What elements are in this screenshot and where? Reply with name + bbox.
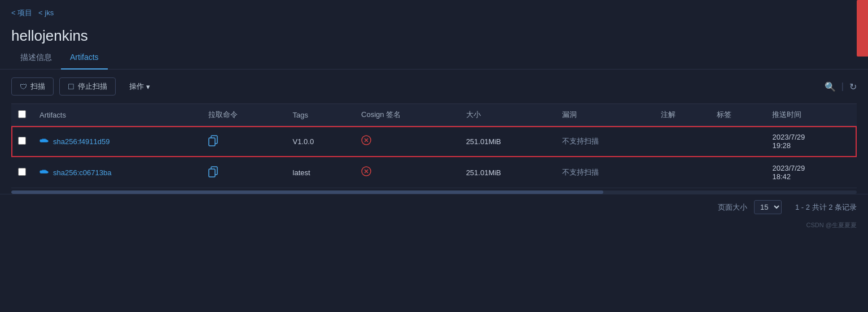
- svg-rect-6: [209, 138, 215, 146]
- push-time-cell: 2023/7/29 18:42: [765, 157, 857, 188]
- cosign-error-icon: [361, 168, 371, 178]
- artifact-link[interactable]: sha256:c06713ba: [40, 168, 195, 177]
- label-cell: [710, 126, 766, 157]
- row-checkbox-cell: [11, 157, 33, 188]
- col-header-pull-cmd: 拉取命令: [201, 104, 286, 126]
- shield-icon: 🛡: [20, 83, 27, 91]
- scrollbar[interactable]: [0, 188, 868, 194]
- divider: |: [841, 81, 844, 92]
- row-checkbox[interactable]: [18, 168, 26, 176]
- row-checkbox[interactable]: [18, 137, 26, 145]
- copy-icon[interactable]: [208, 138, 218, 148]
- cosign-cell: [354, 157, 459, 188]
- search-icon[interactable]: 🔍: [825, 81, 836, 92]
- page-title: hellojenkins: [0, 23, 868, 47]
- table-row: sha256:f4911d59 V1.0.0 251.01MiB不支持扫描202…: [11, 126, 857, 157]
- chevron-down-icon: ▾: [146, 83, 150, 91]
- breadcrumb: < 项目 < jks: [0, 0, 868, 23]
- watermark: CSDN @生夏夏夏: [0, 220, 868, 231]
- artifact-cell: sha256:f4911d59: [33, 126, 201, 157]
- tab-bar: 描述信息 Artifacts: [0, 47, 868, 70]
- stop-scan-button[interactable]: ☐ 停止扫描: [59, 77, 116, 96]
- toolbar: 🛡 扫描 ☐ 停止扫描 操作 ▾ 🔍 | ↻: [0, 70, 868, 103]
- ops-button[interactable]: 操作 ▾: [121, 78, 158, 95]
- cosign-cell: [354, 126, 459, 157]
- scan-button[interactable]: 🛡 扫描: [11, 77, 54, 96]
- checkbox-icon: ☐: [68, 83, 74, 91]
- col-header-label: 标签: [710, 104, 766, 126]
- toolbar-actions-right: 🔍 | ↻: [825, 81, 857, 92]
- size-cell: 251.01MiB: [459, 157, 555, 188]
- artifacts-table: Artifacts 拉取命令 Tags Cosign 签名 大小 漏洞: [11, 103, 857, 188]
- docker-icon: [40, 137, 50, 145]
- page-total-info: 1 - 2 共计 2 条记录: [795, 202, 857, 213]
- note-cell: [654, 157, 710, 188]
- col-header-size: 大小: [459, 104, 555, 126]
- breadcrumb-jks[interactable]: < jks: [38, 8, 54, 17]
- artifacts-table-container: Artifacts 拉取命令 Tags Cosign 签名 大小 漏洞: [0, 103, 868, 188]
- tags-cell: latest: [286, 157, 355, 188]
- pagination-bar: 页面大小 15 25 50 1 - 2 共计 2 条记录: [0, 194, 868, 220]
- col-header-note: 注解: [654, 104, 710, 126]
- tags-cell: V1.0.0: [286, 126, 355, 157]
- tab-describe[interactable]: 描述信息: [11, 47, 61, 70]
- label-cell: [710, 157, 766, 188]
- artifact-cell: sha256:c06713ba: [33, 157, 201, 188]
- select-all-checkbox[interactable]: [18, 110, 26, 118]
- page-size-select[interactable]: 15 25 50: [754, 200, 782, 214]
- page-size-label: 页面大小: [718, 202, 747, 213]
- tab-artifacts[interactable]: Artifacts: [61, 47, 108, 70]
- pull-cmd-cell: [201, 126, 286, 157]
- vuln-cell: 不支持扫描: [555, 126, 655, 157]
- table-row: sha256:c06713ba latest 251.01MiB不支持扫描202…: [11, 157, 857, 188]
- svg-rect-16: [209, 169, 215, 177]
- refresh-icon[interactable]: ↻: [849, 81, 857, 92]
- docker-icon: [40, 168, 50, 176]
- col-header-artifacts: Artifacts: [33, 104, 201, 126]
- artifact-link[interactable]: sha256:f4911d59: [40, 137, 195, 146]
- pull-cmd-cell: [201, 157, 286, 188]
- side-panel-indicator: [857, 0, 868, 57]
- note-cell: [654, 126, 710, 157]
- copy-icon[interactable]: [208, 170, 218, 179]
- size-cell: 251.01MiB: [459, 126, 555, 157]
- col-header-cosign: Cosign 签名: [354, 104, 459, 126]
- scan-unsupported-label: 不支持扫描: [562, 168, 599, 176]
- col-header-tags: Tags: [286, 104, 355, 126]
- row-checkbox-cell: [11, 126, 33, 157]
- breadcrumb-project[interactable]: < 项目: [11, 8, 32, 17]
- vuln-cell: 不支持扫描: [555, 157, 655, 188]
- col-header-checkbox: [11, 104, 33, 126]
- col-header-vuln: 漏洞: [555, 104, 655, 126]
- scan-unsupported-label: 不支持扫描: [562, 137, 599, 145]
- cosign-error-icon: [361, 137, 371, 147]
- col-header-push-time: 推送时间: [765, 104, 857, 126]
- push-time-cell: 2023/7/29 19:28: [765, 126, 857, 157]
